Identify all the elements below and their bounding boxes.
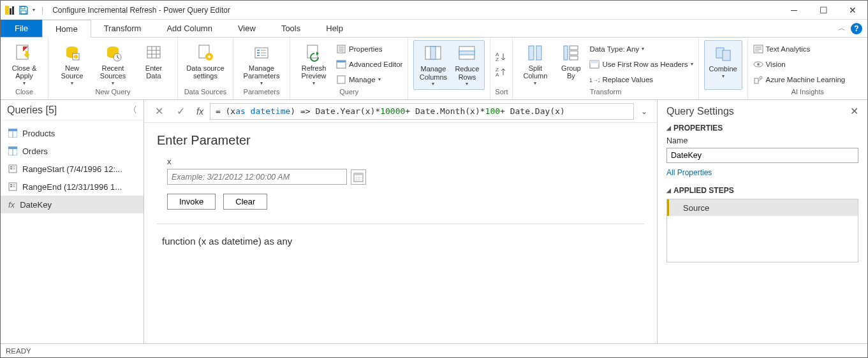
group-query-label: Query — [290, 88, 408, 99]
query-name-input[interactable] — [666, 148, 858, 163]
svg-point-18 — [208, 55, 210, 58]
query-item-products[interactable]: Products — [1, 124, 143, 142]
first-row-headers-button[interactable]: Use First Row as Headers — [589, 57, 693, 71]
reduce-rows-button[interactable]: Reduce Rows — [451, 42, 483, 88]
combine-button[interactable]: Combine — [706, 42, 740, 88]
ribbon-tabs: File Home Transform Add Column View Tool… — [1, 20, 867, 38]
titlebar: ▾ | Configure Incremental Refresh - Powe… — [1, 1, 867, 20]
app-icon — [4, 5, 15, 15]
properties-section-header[interactable]: PROPERTIES — [666, 124, 858, 132]
clear-button[interactable]: Clear — [223, 194, 267, 210]
svg-rect-4 — [21, 11, 26, 14]
svg-rect-24 — [257, 55, 260, 56]
svg-rect-52 — [723, 50, 730, 61]
svg-rect-71 — [13, 168, 15, 169]
all-properties-link[interactable]: All Properties — [666, 168, 858, 177]
parameter-x-input[interactable] — [167, 169, 347, 185]
query-item-datekey[interactable]: fx DateKey — [1, 196, 143, 213]
formula-cancel-icon[interactable]: ✕ — [149, 103, 168, 120]
azure-ml-button[interactable]: Azure Machine Learning — [753, 73, 846, 87]
tab-view[interactable]: View — [225, 20, 268, 37]
enter-data-button[interactable]: Enter Data — [135, 41, 172, 87]
group-data-sources-label: Data Sources — [178, 88, 233, 99]
data-type-button[interactable]: Data Type: Any — [589, 42, 693, 56]
fx-label: fx — [193, 106, 207, 117]
group-manage-label — [408, 90, 490, 99]
manage-columns-button[interactable]: Manage Columns — [415, 42, 451, 88]
svg-rect-47 — [570, 56, 578, 60]
query-item-rangestart[interactable]: RangeStart (7/4/1996 12:... — [1, 160, 143, 178]
properties-button[interactable]: Properties — [336, 42, 402, 56]
tab-transform[interactable]: Transform — [91, 20, 154, 37]
svg-rect-76 — [13, 186, 15, 187]
group-new-query-label: New Query — [48, 88, 177, 99]
maximize-button[interactable]: ☐ — [809, 1, 838, 20]
window-title: Configure Incremental Refresh - Power Qu… — [50, 6, 230, 15]
recent-sources-button[interactable]: Recent Sources — [94, 41, 131, 87]
data-source-settings-button[interactable]: Data source settings — [183, 41, 228, 87]
collapse-queries-icon[interactable]: 〈 — [128, 104, 137, 116]
group-combine-label — [699, 90, 747, 99]
applied-steps-header[interactable]: APPLIED STEPS — [666, 186, 858, 195]
status-text: READY — [6, 347, 31, 355]
svg-rect-44 — [564, 46, 568, 60]
formula-accept-icon[interactable]: ✓ — [171, 103, 190, 120]
sort-asc-icon[interactable]: AZ — [496, 52, 507, 62]
svg-rect-49 — [590, 61, 599, 63]
collapse-ribbon-icon[interactable]: ︿ — [838, 23, 846, 34]
split-column-button[interactable]: Split Column — [518, 41, 552, 87]
svg-point-60 — [760, 76, 762, 79]
svg-rect-35 — [430, 47, 436, 59]
qa-dropdown-icon[interactable]: ▾ — [33, 7, 35, 13]
help-icon[interactable]: ? — [851, 23, 862, 34]
minimize-button[interactable]: ─ — [779, 1, 809, 20]
invoke-button[interactable]: Invoke — [167, 194, 216, 210]
advanced-editor-button[interactable]: Advanced Editor — [336, 57, 402, 71]
close-settings-icon[interactable]: ✕ — [850, 105, 858, 117]
refresh-preview-button[interactable]: Refresh Preview — [295, 41, 332, 87]
vision-button[interactable]: Vision — [753, 57, 846, 71]
svg-rect-11 — [147, 47, 160, 58]
save-icon[interactable] — [18, 5, 29, 15]
parameter-title: Enter Parameter — [157, 133, 644, 148]
query-item-rangeend[interactable]: RangeEnd (12/31/1996 1... — [1, 178, 143, 196]
formula-input[interactable]: = (x as datetime ) => Date.Year(x)* 1000… — [210, 103, 634, 120]
svg-rect-75 — [10, 186, 12, 187]
manage-button[interactable]: Manage — [336, 73, 402, 87]
tab-file[interactable]: File — [1, 20, 42, 37]
group-by-button[interactable]: Group By — [556, 41, 585, 87]
svg-rect-20 — [257, 50, 260, 51]
formula-bar: ✕ ✓ fx = (x as datetime ) => Date.Year(x… — [144, 100, 657, 123]
svg-rect-59 — [754, 78, 758, 83]
new-source-button[interactable]: New Source — [54, 41, 91, 87]
close-button[interactable]: ✕ — [838, 1, 867, 20]
settings-header: Query Settings — [666, 106, 734, 117]
query-item-orders[interactable]: Orders — [1, 142, 143, 160]
manage-parameters-button[interactable]: Manage Parameters — [239, 41, 284, 87]
svg-rect-33 — [337, 76, 345, 83]
text-analytics-button[interactable]: Text Analytics — [753, 42, 846, 56]
tab-help[interactable]: Help — [313, 20, 356, 37]
tab-tools[interactable]: Tools — [268, 20, 313, 37]
svg-rect-42 — [529, 46, 534, 60]
separator: | — [39, 6, 46, 15]
divider — [157, 224, 644, 224]
svg-rect-26 — [307, 45, 318, 58]
svg-rect-70 — [10, 168, 12, 169]
calendar-icon[interactable] — [351, 169, 366, 185]
group-close-label: Close — [1, 88, 48, 99]
svg-text:Z: Z — [496, 57, 499, 62]
svg-point-58 — [757, 63, 760, 66]
tab-add-column[interactable]: Add Column — [154, 20, 225, 37]
step-source[interactable]: Source — [667, 199, 858, 216]
ribbon: Close & Apply Close New Source Recent So… — [1, 38, 867, 100]
svg-rect-69 — [13, 166, 15, 168]
replace-values-button[interactable]: 1→2Replace Values — [589, 73, 693, 87]
formula-expand-icon[interactable]: ⌄ — [636, 107, 652, 116]
group-ai-label: AI Insights — [748, 88, 867, 99]
tab-home[interactable]: Home — [42, 20, 91, 38]
close-apply-button[interactable]: Close & Apply — [6, 41, 43, 87]
sort-desc-icon[interactable]: ZA — [496, 67, 507, 77]
svg-rect-2 — [12, 6, 14, 15]
applied-steps-list: Source — [666, 199, 858, 262]
